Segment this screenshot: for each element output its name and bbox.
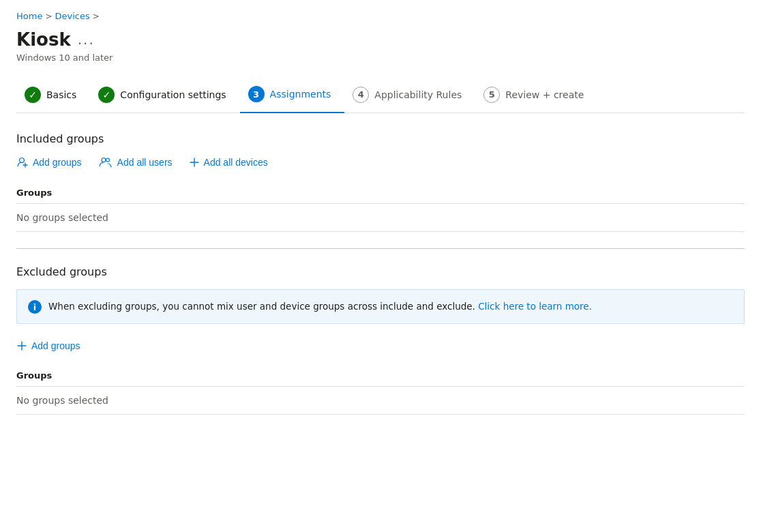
add-groups-button[interactable]: Add groups xyxy=(16,156,82,168)
info-message: When excluding groups, you cannot mix us… xyxy=(48,301,475,312)
check-icon-2: ✓ xyxy=(102,90,110,100)
add-all-users-label: Add all users xyxy=(117,157,173,168)
info-link[interactable]: Click here to learn more. xyxy=(478,301,592,312)
svg-point-4 xyxy=(106,158,109,162)
step-assignments-circle: 3 xyxy=(248,86,265,102)
excluded-groups-title: Excluded groups xyxy=(16,265,745,278)
step-applicability-number: 4 xyxy=(358,89,364,100)
breadcrumb-sep2: > xyxy=(93,12,100,21)
excluded-add-groups-button[interactable]: Add groups xyxy=(16,340,80,351)
step-applicability[interactable]: 4 Applicability Rules xyxy=(344,80,475,113)
info-text: When excluding groups, you cannot mix us… xyxy=(48,299,592,313)
step-assignments-number: 3 xyxy=(253,89,259,100)
step-configuration[interactable]: ✓ Configuration settings xyxy=(90,80,239,113)
step-basics[interactable]: ✓ Basics xyxy=(16,80,90,113)
step-assignments-label: Assignments xyxy=(270,89,331,100)
step-configuration-label: Configuration settings xyxy=(120,89,226,100)
step-review[interactable]: 5 Review + create xyxy=(475,80,597,113)
info-icon: i xyxy=(28,300,42,314)
included-groups-empty: No groups selected xyxy=(16,204,745,232)
add-all-devices-icon xyxy=(189,157,200,168)
step-applicability-circle: 4 xyxy=(353,87,369,103)
excluded-add-groups-label: Add groups xyxy=(31,340,80,351)
excluded-add-icon xyxy=(16,340,27,351)
check-icon: ✓ xyxy=(29,90,37,100)
excluded-groups-section: Excluded groups i When excluding groups,… xyxy=(16,265,745,415)
included-groups-table: Groups No groups selected xyxy=(16,182,745,232)
wizard-steps: ✓ Basics ✓ Configuration settings 3 Assi… xyxy=(16,79,745,113)
excluded-groups-table: Groups No groups selected xyxy=(16,365,745,415)
svg-point-3 xyxy=(102,158,106,162)
table-row: No groups selected xyxy=(16,387,745,415)
step-assignments[interactable]: 3 Assignments xyxy=(240,79,345,113)
page-title-row: Kiosk ... xyxy=(16,29,745,50)
included-groups-title: Included groups xyxy=(16,132,745,145)
breadcrumb-home[interactable]: Home xyxy=(16,11,42,21)
add-all-devices-label: Add all devices xyxy=(204,157,268,168)
included-groups-col-header: Groups xyxy=(16,182,745,204)
included-groups-actions: Add groups Add all users Add all devices xyxy=(16,156,745,168)
page-subtitle: Windows 10 and later xyxy=(16,53,745,63)
add-group-icon xyxy=(16,156,29,168)
add-all-users-icon xyxy=(98,156,113,168)
step-basics-circle: ✓ xyxy=(25,87,41,103)
step-applicability-label: Applicability Rules xyxy=(374,89,462,100)
add-all-devices-button[interactable]: Add all devices xyxy=(189,157,268,168)
table-row: No groups selected xyxy=(16,204,745,232)
page-title: Kiosk xyxy=(16,29,71,50)
step-review-circle: 5 xyxy=(483,87,500,103)
excluded-groups-empty: No groups selected xyxy=(16,387,745,415)
excluded-groups-col-header: Groups xyxy=(16,365,745,387)
excluded-groups-info-box: i When excluding groups, you cannot mix … xyxy=(16,289,745,324)
included-groups-section: Included groups Add groups Add all users xyxy=(16,132,745,232)
section-divider xyxy=(16,248,745,249)
step-basics-label: Basics xyxy=(46,89,76,100)
excluded-groups-actions: Add groups xyxy=(16,340,745,351)
step-configuration-circle: ✓ xyxy=(98,87,115,103)
breadcrumb: Home > Devices > xyxy=(16,11,745,21)
add-groups-label: Add groups xyxy=(33,157,82,168)
breadcrumb-devices[interactable]: Devices xyxy=(55,11,89,21)
breadcrumb-sep1: > xyxy=(45,12,52,21)
step-review-label: Review + create xyxy=(505,89,584,100)
add-all-users-button[interactable]: Add all users xyxy=(98,156,173,168)
more-options-button[interactable]: ... xyxy=(78,33,95,46)
step-review-number: 5 xyxy=(489,89,495,100)
